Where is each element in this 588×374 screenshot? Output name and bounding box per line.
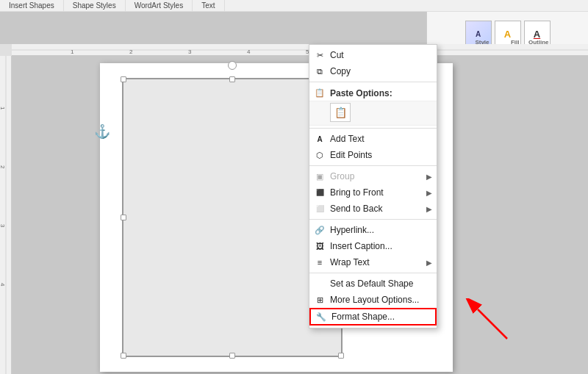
menu-item-set-default[interactable]: Set as Default Shape — [309, 276, 437, 292]
menu-item-send-to-back[interactable]: ⬜ Send to Back ▶ — [309, 201, 437, 217]
menu-label-more-layout: More Layout Options... — [330, 295, 419, 305]
paste-options-section: 📋 — [309, 101, 437, 126]
send-to-back-submenu-arrow: ▶ — [426, 205, 432, 213]
menu-item-hyperlink[interactable]: 🔗 Hyperlink... — [309, 222, 437, 238]
svg-text:2: 2 — [0, 165, 6, 169]
svg-text:2: 2 — [129, 48, 133, 55]
context-menu: ✂ Cut ⧉ Copy 📋 Paste Options: 📋 A Add Te… — [309, 44, 437, 328]
menu-item-group[interactable]: ▣ Group ▶ — [309, 168, 437, 184]
menu-label-add-text: Add Text — [330, 134, 364, 144]
separator-4 — [309, 219, 437, 220]
group-submenu-arrow: ▶ — [426, 173, 432, 181]
paste-icon: 📋 — [314, 87, 326, 99]
ruler-vertical: 1 2 3 4 — [0, 44, 12, 374]
handle-bottom-left[interactable] — [121, 353, 126, 359]
svg-text:1: 1 — [71, 48, 74, 55]
svg-text:1: 1 — [0, 107, 6, 110]
send-to-back-icon: ⬜ — [314, 203, 326, 215]
menu-label-paste-options: Paste Options: — [330, 88, 392, 98]
set-default-icon — [314, 278, 326, 290]
menu-item-edit-points[interactable]: ⬡ Edit Points — [309, 147, 437, 163]
edit-points-icon: ⬡ — [314, 149, 326, 161]
svg-text:3: 3 — [188, 48, 192, 55]
menu-label-set-default: Set as Default Shape — [330, 278, 413, 289]
menu-label-wrap-text: Wrap Text — [330, 257, 370, 267]
handle-top-left[interactable] — [121, 76, 126, 82]
menu-label-cut: Cut — [330, 50, 344, 60]
cut-icon: ✂ — [314, 49, 326, 61]
more-layout-icon: ⊞ — [314, 294, 326, 306]
svg-text:3: 3 — [0, 224, 6, 228]
bring-to-front-icon: ⬛ — [314, 187, 326, 198]
separator-1 — [309, 82, 437, 82]
hyperlink-icon: 🔗 — [314, 224, 326, 236]
insert-caption-icon: 🖼 — [314, 240, 326, 252]
menu-label-insert-caption: Insert Caption... — [330, 241, 392, 251]
menu-item-bring-to-front[interactable]: ⬛ Bring to Front ▶ — [309, 184, 437, 201]
menu-label-edit-points: Edit Points — [330, 150, 372, 160]
ribbon-label-insert-shapes: Insert Shapes — [0, 0, 64, 11]
ruler-corner — [0, 44, 12, 56]
paste-keep-source-button[interactable]: 📋 — [330, 103, 351, 122]
menu-item-paste-options-label: 📋 Paste Options: — [309, 84, 437, 101]
handle-middle-left[interactable] — [121, 215, 126, 220]
wordart-outline-button[interactable]: A Outline — [524, 21, 551, 47]
menu-item-more-layout[interactable]: ⊞ More Layout Options... — [309, 292, 437, 308]
ribbon-tab-labels: Insert Shapes Shape Styles WordArt Style… — [0, 0, 588, 12]
separator-2 — [309, 128, 437, 129]
handle-bottom-center[interactable] — [229, 353, 235, 359]
bring-to-front-submenu-arrow: ▶ — [426, 189, 432, 197]
ribbon-label-text: Text — [193, 0, 224, 11]
copy-icon: ⧉ — [314, 65, 326, 77]
wrap-text-submenu-arrow: ▶ — [426, 259, 432, 267]
menu-item-copy[interactable]: ⧉ Copy — [309, 63, 437, 79]
menu-label-group: Group — [330, 171, 354, 181]
handle-top-center[interactable] — [229, 76, 235, 82]
menu-label-format-shape: Format Shape... — [331, 312, 395, 322]
rotate-handle[interactable] — [228, 61, 237, 70]
separator-3 — [309, 165, 437, 166]
menu-item-format-shape[interactable]: 🔧 Format Shape... — [309, 308, 437, 326]
svg-text:4: 4 — [247, 48, 251, 55]
format-shape-icon: 🔧 — [315, 311, 327, 323]
ruler-horizontal: 1 2 3 4 5 6 7 — [12, 44, 588, 56]
menu-label-copy: Copy — [330, 66, 351, 76]
move-anchor-icon: ⚓ — [94, 123, 110, 140]
svg-text:4: 4 — [0, 283, 6, 287]
menu-label-hyperlink: Hyperlink... — [330, 225, 374, 235]
menu-item-add-text[interactable]: A Add Text — [309, 131, 437, 147]
wordart-style-button[interactable]: A Style — [465, 21, 492, 47]
menu-item-insert-caption[interactable]: 🖼 Insert Caption... — [309, 238, 437, 254]
svg-line-14 — [478, 309, 507, 339]
ribbon-label-wordart-styles: WordArt Styles — [126, 0, 193, 11]
menu-label-send-to-back: Send to Back — [330, 204, 382, 214]
wrap-text-icon: ≡ — [314, 256, 326, 268]
handle-bottom-right[interactable] — [338, 353, 344, 359]
menu-item-cut[interactable]: ✂ Cut — [309, 47, 437, 63]
group-icon: ▣ — [314, 170, 326, 182]
separator-5 — [309, 273, 437, 273]
menu-item-wrap-text[interactable]: ≡ Wrap Text ▶ — [309, 254, 437, 270]
add-text-icon: A — [314, 133, 326, 145]
menu-label-bring-to-front: Bring to Front — [330, 187, 384, 198]
red-arrow-indicator — [463, 298, 514, 345]
ribbon-label-shape-styles: Shape Styles — [64, 0, 126, 11]
wordart-fill-button[interactable]: A Fill — [495, 21, 521, 47]
